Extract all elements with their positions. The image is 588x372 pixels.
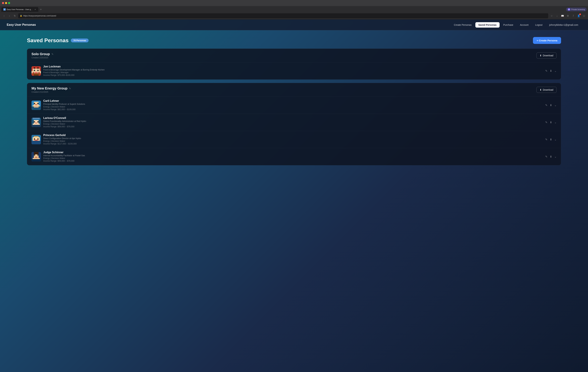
new-tab-button[interactable]: + (39, 8, 42, 11)
tab-title: Easy User Personas - User gen… (7, 8, 33, 10)
group-created-solo: Created 2/25/2025 (32, 57, 53, 59)
persona-income-jon-lockman: Income Range: $75,000–$100,000 (43, 74, 543, 76)
persona-name-princess-gerhold: Princess Gerhold (43, 134, 543, 137)
tab-close-icon[interactable]: ✕ (34, 8, 36, 10)
persona-title-larissa-oconnell: District Functionality Administrator at … (43, 120, 543, 122)
notification-button[interactable]: 👤 1 (577, 14, 581, 18)
download-group-button-energy[interactable]: ⬇ Download (536, 87, 556, 93)
persona-expand-button-jon-lockman[interactable]: ⌄ (554, 69, 556, 72)
persona-info-jon-lockman: Jon Lockman Food & Beverage Development … (43, 65, 543, 77)
svg-rect-25 (34, 121, 35, 122)
svg-rect-42 (34, 154, 35, 156)
reading-list-button[interactable]: 📖 (560, 14, 564, 18)
nav-purchase[interactable]: Purchase (500, 22, 516, 28)
persona-avatar-jon-lockman (32, 66, 41, 76)
svg-rect-44 (35, 157, 37, 158)
svg-rect-21 (34, 106, 39, 108)
persona-name-judge-schinner: Judge Schinner (43, 151, 543, 154)
create-persona-button[interactable]: + Create Persona (533, 37, 561, 44)
nav-saved-personas[interactable]: Saved Personas (475, 22, 500, 28)
group-name-energy: My New Energy Group (32, 86, 67, 90)
page-title-area: Saved Personas 78 Personas (27, 37, 89, 44)
extensions-button[interactable]: ⬡ (582, 14, 586, 18)
persona-edit-button-princess-gerhold[interactable]: ✎ (545, 138, 547, 141)
persona-info-judge-schinner: Judge Schinner Internal Accountability F… (43, 151, 543, 162)
svg-rect-12 (40, 71, 41, 73)
address-bar[interactable]: 🔒 https://easyuserpersonas.com/saved (18, 13, 548, 18)
svg-rect-38 (32, 141, 41, 144)
persona-download-button-jon-lockman[interactable]: ⬇ (550, 69, 552, 72)
svg-rect-39 (34, 136, 39, 137)
persona-title-princess-gerhold: Direct Configuration Director at Ajar Hy… (43, 137, 543, 140)
persona-download-button-princess-gerhold[interactable]: ⬇ (550, 138, 552, 141)
persona-category-jon-lockman: Food & Beverage | Manager (43, 71, 543, 74)
forward-button[interactable]: › (7, 14, 11, 18)
tab-bar: E Easy User Personas - User gen… ✕ + 🕶 P… (0, 6, 588, 12)
svg-rect-43 (37, 154, 39, 156)
download-label-energy: Download (543, 89, 553, 91)
minimize-button[interactable] (5, 2, 7, 4)
persona-download-button-carli-lehner[interactable]: ⬇ (550, 104, 552, 107)
nav-logout[interactable]: Logout (532, 22, 546, 28)
persona-count-badge: 78 Personas (71, 39, 89, 42)
persona-expand-button-larissa-oconnell[interactable]: ⌄ (554, 121, 556, 124)
svg-rect-1 (34, 67, 35, 69)
download-group-button-solo[interactable]: ⬇ Download (536, 52, 556, 59)
back-button[interactable]: ‹ (2, 14, 6, 18)
browser-chrome: E Easy User Personas - User gen… ✕ + 🕶 P… (0, 0, 588, 20)
edit-group-icon-energy[interactable]: ✎ (69, 87, 71, 90)
persona-category-princess-gerhold: Energy | Decision Maker (43, 140, 543, 142)
svg-rect-10 (34, 74, 39, 76)
svg-rect-35 (37, 138, 39, 140)
group-created-energy: Created 2/12/2025 (32, 91, 71, 93)
svg-rect-6 (37, 70, 39, 71)
download-icon-energy: ⬇ (540, 89, 542, 91)
persona-edit-button-jon-lockman[interactable]: ✎ (545, 69, 547, 72)
svg-rect-45 (33, 158, 40, 159)
persona-row-carli-lehner: Carli Lehner Principal Identity Producer… (27, 97, 561, 114)
persona-expand-button-judge-schinner[interactable]: ⌄ (554, 155, 556, 158)
browser-titlebar (0, 0, 588, 6)
persona-income-carli-lehner: Income Range: $82,000 – $109,000 (43, 108, 543, 111)
svg-rect-17 (37, 103, 39, 104)
download-icon: ⬇ (540, 54, 542, 57)
persona-avatar-carli-lehner (32, 101, 41, 110)
svg-rect-18 (35, 104, 37, 105)
settings-button[interactable]: ⚙ (566, 14, 570, 18)
persona-edit-button-larissa-oconnell[interactable]: ✎ (545, 121, 547, 124)
refresh-button[interactable]: ↻ (13, 14, 17, 18)
persona-expand-button-princess-gerhold[interactable]: ⌄ (554, 138, 556, 141)
active-tab[interactable]: E Easy User Personas - User gen… ✕ (1, 7, 38, 12)
persona-download-button-larissa-oconnell[interactable]: ⬇ (550, 121, 552, 124)
bookmark-button[interactable]: ☆ (550, 14, 554, 18)
toolbar-actions: ☆ ↓ 📖 ⚙ ⤴ 👤 1 ⬡ (550, 14, 586, 18)
persona-actions-judge-schinner: ✎ ⬇ ⌄ (545, 155, 556, 158)
edit-group-icon-solo[interactable]: ✎ (52, 53, 53, 56)
svg-rect-30 (33, 118, 40, 119)
group-name-solo: Solo Group (32, 52, 50, 56)
traffic-lights (2, 2, 10, 4)
persona-actions-larissa-oconnell: ✎ ⬇ ⌄ (545, 121, 556, 124)
close-button[interactable] (2, 2, 4, 4)
nav-account[interactable]: Account (517, 22, 532, 28)
nav-user-email[interactable]: johnnybilotta+1@gmail.com (546, 22, 581, 28)
svg-rect-9 (33, 73, 40, 74)
private-icon: 🕶 (568, 8, 570, 11)
share-button[interactable]: ⤴ (571, 14, 575, 18)
persona-edit-button-judge-schinner[interactable]: ✎ (545, 155, 547, 158)
persona-edit-button-carli-lehner[interactable]: ✎ (545, 104, 547, 107)
group-name-row-solo: Solo Group ✎ (32, 52, 53, 56)
svg-rect-46 (32, 159, 41, 161)
nav-create-personas[interactable]: Create Personas (451, 22, 475, 28)
persona-download-button-judge-schinner[interactable]: ⬇ (550, 155, 552, 158)
persona-expand-button-carli-lehner[interactable]: ⌄ (554, 104, 556, 107)
private-browsing-label: Private browsing (571, 8, 585, 10)
persona-title-carli-lehner: Principal Identity Producer at Superb So… (43, 103, 543, 105)
app-container: Easy User Personas Create Personas Saved… (0, 20, 588, 372)
nav-links: Create Personas Saved Personas Purchase … (451, 22, 581, 28)
download-button[interactable]: ↓ (555, 14, 559, 18)
persona-category-carli-lehner: Energy | Decision Maker (43, 106, 543, 108)
persona-name-jon-lockman: Jon Lockman (43, 65, 543, 68)
page-title: Saved Personas (27, 37, 69, 44)
maximize-button[interactable] (8, 2, 10, 4)
